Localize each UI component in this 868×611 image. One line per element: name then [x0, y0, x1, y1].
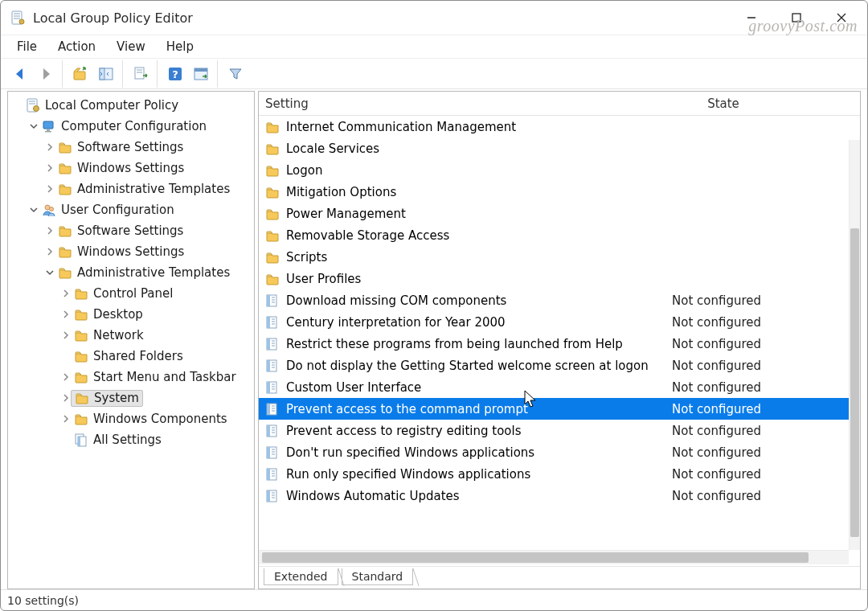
vertical-scrollbar-thumb[interactable]	[850, 228, 859, 537]
tab-standard[interactable]: Standard	[342, 568, 414, 585]
list-setting[interactable]: Do not display the Getting Started welco…	[259, 355, 849, 376]
tree-admin-templates-c[interactable]: Administrative Templates	[8, 178, 254, 199]
tree-windows-settings-u[interactable]: Windows Settings	[8, 241, 254, 262]
list-setting-label: Download missing COM components	[286, 293, 672, 308]
svg-rect-72	[267, 469, 270, 480]
list-folder[interactable]: Scripts	[259, 246, 849, 268]
tree-spacer[interactable]	[59, 350, 72, 363]
list-folder[interactable]: Locale Services	[259, 137, 849, 159]
tree-start-menu-taskbar-label: Start Menu and Taskbar	[93, 370, 236, 384]
tree-start-menu-taskbar[interactable]: Start Menu and Taskbar	[8, 367, 254, 388]
tree-admin-templates-u[interactable]: Administrative Templates	[8, 262, 254, 283]
svg-rect-47	[267, 360, 270, 371]
list-folder[interactable]: Internet Communication Management	[259, 116, 849, 137]
menu-help[interactable]: Help	[157, 36, 203, 57]
tree-spacer[interactable]	[59, 433, 72, 446]
expand-icon[interactable]	[43, 162, 56, 174]
list-setting[interactable]: Prevent access to the command promptNot …	[259, 398, 849, 420]
list-setting[interactable]: Run only specified Windows applicationsN…	[259, 463, 849, 485]
tree-control-panel-icon	[74, 286, 88, 301]
list-setting[interactable]: Windows Automatic UpdatesNot configured	[259, 485, 849, 506]
tree-system[interactable]: System	[8, 388, 254, 408]
list-setting-label: Windows Automatic Updates	[286, 489, 672, 503]
tree-admin-templates-u-icon	[58, 265, 72, 280]
expand-icon[interactable]	[43, 141, 56, 154]
up-one-level-button[interactable]	[69, 63, 92, 85]
list-setting[interactable]: Century interpretation for Year 2000Not …	[259, 311, 849, 333]
setting-icon	[265, 424, 280, 438]
titlebar: Local Group Policy Editor	[1, 1, 867, 35]
tree-software-settings-u[interactable]: Software Settings	[8, 220, 254, 241]
list-setting[interactable]: Don't run specified Windows applications…	[259, 441, 849, 463]
svg-rect-37	[267, 317, 270, 328]
list-tabstrip: Extended Standard	[259, 566, 860, 588]
collapse-icon[interactable]	[43, 266, 56, 279]
expand-icon[interactable]	[59, 287, 72, 300]
list-folder-label: Removable Storage Access	[286, 228, 849, 243]
column-header-setting[interactable]: Setting	[259, 96, 667, 111]
expand-icon[interactable]	[43, 224, 56, 237]
menu-view[interactable]: View	[107, 36, 155, 57]
tree-spacer[interactable]	[11, 99, 24, 112]
tree-computer-configuration[interactable]: Computer Configuration	[8, 116, 254, 137]
list-folder[interactable]: Removable Storage Access	[259, 224, 849, 246]
policy-tree[interactable]: Local Computer PolicyComputer Configurat…	[8, 92, 254, 453]
tree-root[interactable]: Local Computer Policy	[8, 95, 254, 116]
forward-button[interactable]	[35, 63, 57, 85]
tree-user-configuration[interactable]: User Configuration	[8, 199, 254, 220]
tree-software-settings-c[interactable]: Software Settings	[8, 137, 254, 158]
list-body: Internet Communication ManagementLocale …	[259, 116, 860, 588]
show-hide-tree-button[interactable]	[95, 63, 117, 85]
tree-shared-folders[interactable]: Shared Folders	[8, 346, 254, 367]
help-button[interactable]: ?	[164, 63, 186, 85]
svg-rect-30	[78, 437, 80, 446]
tree-control-panel[interactable]: Control Panel	[8, 283, 254, 304]
collapse-icon[interactable]	[27, 120, 40, 133]
folder-icon	[265, 228, 280, 243]
expand-icon[interactable]	[43, 182, 56, 195]
tree-desktop[interactable]: Desktop	[8, 304, 254, 325]
list-setting-label: Century interpretation for Year 2000	[286, 315, 672, 330]
menu-action[interactable]: Action	[48, 36, 105, 57]
list-setting[interactable]: Prevent access to registry editing tools…	[259, 420, 849, 441]
setting-icon	[265, 315, 280, 330]
expand-icon[interactable]	[59, 412, 72, 425]
tree-windows-settings-u-label: Windows Settings	[77, 244, 184, 259]
expand-icon[interactable]	[59, 308, 72, 321]
vertical-scrollbar[interactable]	[849, 140, 860, 550]
svg-rect-9	[74, 72, 85, 80]
tree-control-panel-label: Control Panel	[93, 286, 173, 301]
list-folder[interactable]: Mitigation Options	[259, 181, 849, 203]
filter-button[interactable]	[224, 63, 247, 85]
tree-windows-components[interactable]: Windows Components	[8, 408, 254, 429]
list-setting[interactable]: Restrict these programs from being launc…	[259, 333, 849, 355]
list-folder-label: User Profiles	[286, 272, 849, 286]
list-folder[interactable]: User Profiles	[259, 268, 849, 289]
tree-network[interactable]: Network	[8, 325, 254, 346]
expand-icon[interactable]	[59, 371, 72, 383]
export-list-button[interactable]	[129, 63, 152, 85]
tree-all-settings[interactable]: All Settings	[8, 429, 254, 450]
horizontal-scrollbar-thumb[interactable]	[262, 552, 809, 563]
expand-icon[interactable]	[43, 245, 56, 258]
tree-windows-settings-c[interactable]: Windows Settings	[8, 158, 254, 178]
list-setting-label: Do not display the Getting Started welco…	[286, 359, 672, 373]
tab-extended[interactable]: Extended	[264, 568, 338, 585]
back-button[interactable]	[9, 63, 31, 85]
folder-icon	[265, 185, 280, 199]
menu-file[interactable]: File	[7, 36, 47, 57]
setting-icon	[265, 467, 280, 482]
column-header-state[interactable]: State	[667, 96, 780, 111]
tree-windows-settings-c-label: Windows Settings	[77, 161, 184, 175]
expand-icon[interactable]	[59, 329, 72, 342]
watermark-text: groovyPost.com	[748, 17, 858, 35]
list-setting[interactable]: Download missing COM componentsNot confi…	[259, 289, 849, 311]
setting-icon	[265, 293, 280, 308]
collapse-icon[interactable]	[27, 203, 40, 216]
list-setting-state: Not configured	[672, 489, 817, 503]
list-folder[interactable]: Logon	[259, 159, 849, 181]
list-folder[interactable]: Power Management	[259, 203, 849, 224]
horizontal-scrollbar[interactable]	[259, 550, 849, 564]
properties-button[interactable]	[190, 63, 212, 85]
list-setting[interactable]: Custom User InterfaceNot configured	[259, 376, 849, 398]
